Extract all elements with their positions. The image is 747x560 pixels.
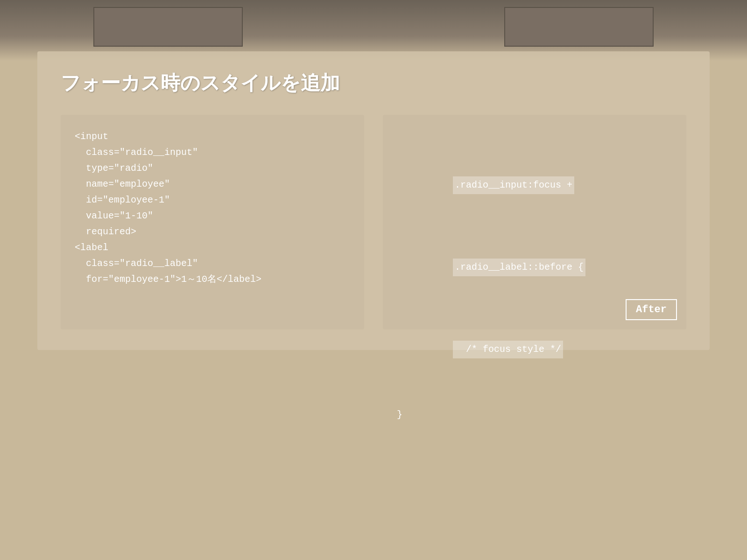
- ceiling-panel-right: [504, 7, 654, 47]
- slide-title: フォーカス時のスタイルを追加: [61, 70, 686, 96]
- css-line-1: .radio__input:focus +: [397, 161, 672, 211]
- slide-container: フォーカス時のスタイルを追加 <input class="radio__inpu…: [37, 51, 710, 350]
- ceiling-panel-left: [93, 7, 243, 47]
- css-line-3: /* focus style */: [397, 325, 672, 375]
- after-badge: After: [626, 299, 677, 320]
- css-code-block: .radio__input:focus + .radio__label::bef…: [397, 129, 672, 455]
- css-comment: /* focus style */: [453, 341, 563, 358]
- css-line-4: }: [397, 407, 672, 423]
- code-panels: <input class="radio__input" type="radio"…: [61, 115, 686, 329]
- html-code-block: <input class="radio__input" type="radio"…: [75, 129, 350, 287]
- css-line-2: .radio__label::before {: [397, 243, 672, 293]
- css-selector-before: .radio__label::before {: [453, 259, 585, 276]
- right-code-panel: .radio__input:focus + .radio__label::bef…: [383, 115, 686, 329]
- left-code-panel: <input class="radio__input" type="radio"…: [61, 115, 364, 329]
- css-selector-focus: .radio__input:focus +: [453, 176, 574, 194]
